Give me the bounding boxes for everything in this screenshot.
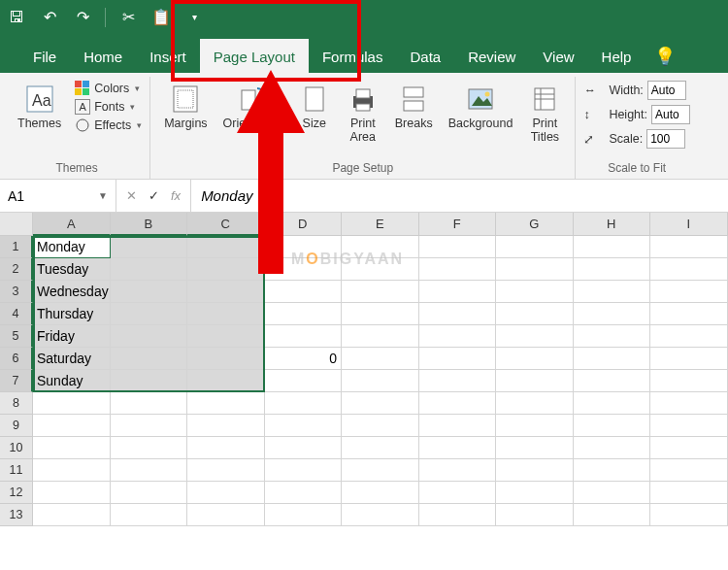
cell[interactable] — [111, 303, 188, 325]
cell[interactable] — [496, 482, 574, 504]
height-input[interactable] — [651, 105, 690, 124]
cell[interactable] — [187, 258, 265, 281]
cell[interactable] — [187, 370, 265, 392]
cell[interactable]: Tuesday — [33, 258, 111, 281]
cell[interactable] — [187, 504, 265, 526]
cell[interactable] — [33, 392, 111, 415]
cell[interactable] — [419, 370, 497, 392]
column-header[interactable]: G — [496, 213, 574, 236]
cell[interactable] — [111, 258, 188, 281]
formula-bar[interactable]: Monday — [191, 180, 728, 212]
cell[interactable] — [574, 482, 651, 504]
cell[interactable] — [265, 437, 343, 459]
cell[interactable] — [496, 504, 574, 526]
cell[interactable] — [33, 482, 111, 504]
tab-insert[interactable]: Insert — [136, 39, 200, 73]
cell[interactable] — [650, 325, 728, 348]
redo-icon[interactable]: ↷ — [72, 7, 93, 28]
cell[interactable] — [574, 258, 651, 281]
cell[interactable] — [650, 348, 728, 370]
cell[interactable] — [496, 258, 574, 281]
cell[interactable] — [111, 281, 188, 303]
cell[interactable] — [111, 392, 188, 415]
cell[interactable] — [33, 459, 111, 482]
cell[interactable] — [496, 370, 574, 392]
column-header[interactable]: F — [419, 213, 497, 236]
row-header[interactable]: 13 — [0, 504, 33, 526]
cell[interactable] — [33, 504, 111, 526]
cell[interactable] — [650, 370, 728, 392]
cell[interactable] — [342, 348, 419, 370]
cell[interactable] — [419, 392, 497, 415]
cell[interactable] — [111, 236, 188, 258]
cell[interactable] — [342, 415, 419, 437]
cell[interactable] — [419, 348, 497, 370]
cell[interactable] — [265, 392, 343, 415]
paste-icon[interactable]: 📋 — [150, 7, 172, 28]
row-header[interactable]: 12 — [0, 482, 33, 504]
cell[interactable] — [574, 236, 651, 258]
cell[interactable] — [574, 392, 651, 415]
tab-data[interactable]: Data — [396, 39, 454, 73]
cell[interactable] — [187, 415, 265, 437]
fx-icon[interactable]: fx — [171, 188, 181, 203]
row-header[interactable]: 4 — [0, 303, 33, 325]
cell[interactable] — [342, 303, 419, 325]
column-header[interactable]: I — [650, 213, 728, 236]
themes-button[interactable]: Aa Themes — [12, 81, 67, 133]
row-header[interactable]: 1 — [0, 236, 33, 258]
cell[interactable] — [650, 281, 728, 303]
background-button[interactable]: Background — [443, 81, 519, 133]
cell[interactable] — [496, 325, 574, 348]
cell[interactable] — [342, 504, 419, 526]
row-header[interactable]: 7 — [0, 370, 33, 392]
cell[interactable] — [111, 415, 188, 437]
cell[interactable] — [650, 482, 728, 504]
orientation-button[interactable]: Orientation — [217, 81, 288, 133]
cell[interactable] — [187, 437, 265, 459]
cell[interactable] — [265, 459, 343, 482]
cell[interactable] — [574, 437, 651, 459]
cell[interactable]: Friday — [33, 325, 111, 348]
cell[interactable] — [419, 303, 497, 325]
tab-formulas[interactable]: Formulas — [309, 39, 397, 73]
cell[interactable] — [650, 437, 728, 459]
cell[interactable] — [574, 303, 651, 325]
width-input[interactable] — [647, 81, 686, 100]
column-header[interactable]: B — [111, 213, 188, 236]
cell[interactable] — [574, 504, 651, 526]
cell[interactable] — [111, 370, 188, 392]
row-header[interactable]: 11 — [0, 459, 33, 482]
breaks-button[interactable]: Breaks — [389, 81, 439, 133]
cell[interactable] — [419, 482, 497, 504]
name-box[interactable]: A1 ▼ — [0, 180, 116, 212]
cell[interactable] — [265, 370, 343, 392]
cell[interactable]: Wednesday — [33, 281, 111, 303]
cell[interactable]: Monday — [33, 236, 111, 258]
cell[interactable] — [342, 325, 419, 348]
cell[interactable] — [111, 437, 188, 459]
cell[interactable] — [496, 303, 574, 325]
print-area-button[interactable]: Print Area — [341, 81, 385, 147]
cell[interactable] — [496, 392, 574, 415]
tab-help[interactable]: Help — [588, 39, 645, 73]
cell[interactable] — [265, 303, 343, 325]
cell[interactable] — [496, 459, 574, 482]
cell[interactable] — [342, 459, 419, 482]
cell[interactable] — [574, 281, 651, 303]
row-header[interactable]: 2 — [0, 258, 33, 281]
cell[interactable]: Saturday — [33, 348, 111, 370]
cell[interactable] — [574, 348, 651, 370]
cell[interactable] — [187, 348, 265, 370]
row-header[interactable]: 10 — [0, 437, 33, 459]
cell[interactable] — [496, 236, 574, 258]
cell[interactable] — [574, 415, 651, 437]
cell[interactable] — [187, 281, 265, 303]
cell[interactable] — [187, 325, 265, 348]
cell[interactable]: Sunday — [33, 370, 111, 392]
effects-button[interactable]: Effects▾ — [75, 117, 142, 133]
cell[interactable] — [650, 392, 728, 415]
cell[interactable] — [265, 325, 343, 348]
size-button[interactable]: Size — [292, 81, 337, 133]
cell[interactable] — [650, 415, 728, 437]
